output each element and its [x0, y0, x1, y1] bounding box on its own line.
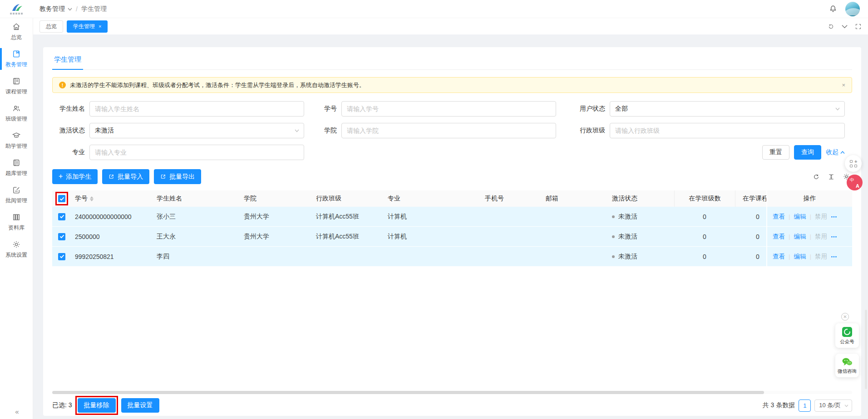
book-icon	[12, 77, 21, 86]
table-row[interactable]: 2400000000000000 张小三 贵州大学 计算机Acc55班 计算机 …	[52, 207, 852, 227]
view-link[interactable]: 查看	[773, 213, 785, 221]
cell-major	[383, 247, 480, 266]
sidebar-item-review[interactable]: 批阅管理	[0, 181, 33, 209]
th-email: 邮箱	[541, 190, 607, 207]
activation-status-label: 激活状态	[52, 127, 89, 135]
wechat-icon	[842, 357, 853, 366]
activation-status-select[interactable]: 未激活	[89, 123, 304, 138]
th-name: 学生姓名	[152, 190, 239, 207]
more-actions-icon[interactable]: ⋯	[831, 253, 838, 260]
breadcrumb-section[interactable]: 教务管理	[39, 5, 65, 13]
cell-status: 未激活	[607, 247, 674, 266]
row-checkbox[interactable]	[58, 253, 65, 260]
sidebar-item-overview[interactable]: 总览	[0, 18, 33, 45]
student-name-label: 学生姓名	[52, 105, 89, 113]
row-height-icon[interactable]	[828, 173, 835, 180]
page-title-tab[interactable]: 学生管理	[52, 55, 83, 69]
disable-link[interactable]: 禁用	[815, 233, 827, 241]
more-actions-icon[interactable]: ⋯	[831, 233, 838, 240]
reload-icon[interactable]	[813, 173, 820, 180]
alert-close-icon[interactable]: ×	[842, 82, 845, 88]
fullscreen-icon[interactable]	[855, 23, 862, 30]
wechat-consult-widget[interactable]: 微信咨询	[835, 354, 859, 377]
sidebar-item-label: 系统设置	[5, 251, 27, 259]
sidebar-item-academic[interactable]: 教务管理	[0, 45, 33, 73]
th-student-id[interactable]: 学号	[71, 190, 152, 207]
admin-class-input[interactable]	[610, 123, 845, 138]
chevron-down-icon[interactable]	[68, 8, 72, 11]
cell-college: 贵州大学	[239, 227, 311, 246]
sort-icons[interactable]	[90, 196, 94, 201]
sidebar-item-settings[interactable]: 系统设置	[0, 236, 33, 263]
chevron-down-icon[interactable]	[842, 24, 848, 29]
select-caret-icon	[295, 129, 299, 132]
more-actions-icon[interactable]: ⋯	[831, 213, 838, 220]
query-button[interactable]: 查询	[794, 145, 821, 160]
batch-import-button[interactable]: 批量导入	[102, 169, 149, 184]
cell-college	[239, 247, 311, 266]
history-icon[interactable]	[828, 23, 834, 30]
grid-plus-icon: +	[850, 160, 857, 167]
app-logo[interactable]	[0, 4, 33, 15]
sidebar-item-study-aid[interactable]: 助学管理	[0, 127, 33, 154]
view-link[interactable]: 查看	[773, 233, 785, 241]
sidebar-item-label: 题库管理	[5, 170, 27, 177]
edit-link[interactable]: 编辑	[794, 253, 806, 261]
import-icon	[108, 174, 114, 180]
bell-icon[interactable]	[829, 5, 837, 13]
page-size-select[interactable]: 10 条/页	[814, 400, 852, 412]
select-all-checkbox[interactable]	[58, 195, 65, 202]
users-icon	[12, 104, 21, 113]
close-widgets-icon[interactable]: ✕	[841, 313, 849, 321]
avatar[interactable]	[845, 2, 860, 16]
batch-settings-button[interactable]: 批量设置	[121, 398, 159, 413]
cell-college: 贵州大学	[239, 207, 311, 226]
cell-phone	[480, 227, 541, 246]
sidebar-item-class[interactable]: 班级管理	[0, 100, 33, 127]
sidebar-collapse-icon[interactable]: «	[0, 408, 33, 415]
edit-link[interactable]: 编辑	[794, 233, 806, 241]
table-row[interactable]: 2500000 王大永 贵州大学 计算机Acc55班 计算机 未激活 0 0	[52, 227, 852, 247]
official-account-widget[interactable]: 公众号	[835, 323, 859, 348]
add-student-button[interactable]: + 添加学生	[52, 169, 98, 184]
tab-close-icon[interactable]: ×	[99, 24, 101, 29]
major-input[interactable]	[89, 145, 304, 160]
batch-export-button[interactable]: 批量导出	[154, 169, 201, 184]
tab-strip: 总览 学生管理 ×	[33, 18, 868, 34]
student-id-input[interactable]	[341, 101, 556, 117]
home-icon	[12, 22, 21, 31]
student-name-input[interactable]	[89, 101, 304, 117]
vertical-scrollbar[interactable]	[865, 310, 867, 389]
translate-button[interactable]: 中A	[847, 175, 863, 190]
cell-admin-class: 计算机Acc55班	[311, 207, 383, 226]
sidebar-item-question-bank[interactable]: 题库管理	[0, 154, 33, 181]
page-number-button[interactable]: 1	[799, 400, 811, 412]
sidebar-item-course[interactable]: 课程管理	[0, 73, 33, 100]
user-status-select[interactable]: 全部	[610, 101, 845, 117]
table-row[interactable]: 99920250821 李四 未激活 0 0	[52, 247, 852, 267]
view-link[interactable]: 查看	[773, 253, 785, 261]
batch-remove-button[interactable]: 批量移除	[78, 398, 116, 413]
reset-button[interactable]: 重置	[762, 145, 789, 160]
college-label: 学院	[318, 127, 341, 135]
collapse-filters-link[interactable]: 收起	[826, 148, 845, 156]
widget-launcher-button[interactable]: +	[845, 155, 862, 172]
tab-student-management[interactable]: 学生管理 ×	[67, 20, 108, 33]
cell-major: 计算机	[383, 227, 480, 246]
breadcrumb: 教务管理 / 学生管理	[39, 5, 107, 13]
content-card: 学生管理 ! 未激活的学生不能添加到课程、班级或者分配考试，激活条件：学生需从学…	[43, 47, 861, 416]
disable-link[interactable]: 禁用	[815, 253, 827, 261]
cell-admin-class: 计算机Acc55班	[311, 227, 383, 246]
check-icon	[59, 254, 64, 258]
sidebar-item-library[interactable]: 资料库	[0, 209, 33, 236]
scrollbar-thumb[interactable]	[52, 391, 764, 394]
college-input[interactable]	[341, 123, 556, 138]
row-checkbox[interactable]	[58, 213, 65, 220]
edit-link[interactable]: 编辑	[794, 213, 806, 221]
cell-admin-class	[311, 247, 383, 266]
cell-phone	[480, 207, 541, 226]
tab-overview[interactable]: 总览	[39, 20, 63, 33]
logo-text	[10, 13, 24, 15]
row-checkbox[interactable]	[58, 233, 65, 240]
disable-link[interactable]: 禁用	[815, 213, 827, 221]
